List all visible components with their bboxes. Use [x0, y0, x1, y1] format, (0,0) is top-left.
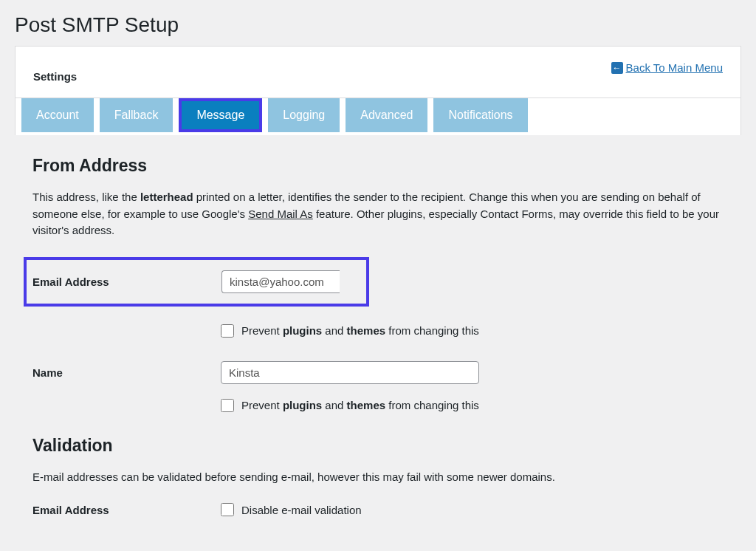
from-address-heading: From Address	[32, 156, 724, 176]
prevent-email-label: Prevent plugins and themes from changing…	[241, 324, 479, 337]
prevent-name-row: Prevent plugins and themes from changing…	[221, 399, 724, 412]
tab-content: From Address This address, like the lett…	[15, 135, 741, 543]
back-to-main-menu-link[interactable]: Back To Main Menu	[611, 61, 723, 74]
tab-advanced[interactable]: Advanced	[346, 98, 427, 132]
email-address-highlight: Email Address	[24, 257, 369, 307]
validation-heading: Validation	[32, 436, 724, 456]
name-row: Name	[32, 361, 724, 384]
tabs-nav: Account Fallback Message Logging Advance…	[15, 98, 741, 135]
back-arrow-icon	[611, 62, 623, 74]
send-mail-as-link[interactable]: Send Mail As	[248, 208, 313, 220]
name-label: Name	[32, 366, 221, 379]
validation-email-row: Email Address Disable e-mail validation	[32, 503, 724, 516]
tab-message[interactable]: Message	[179, 98, 262, 132]
panel-header: Settings Back To Main Menu	[16, 47, 740, 97]
disable-validation-checkbox[interactable]	[221, 503, 234, 516]
tab-fallback[interactable]: Fallback	[100, 98, 173, 132]
tab-logging[interactable]: Logging	[268, 98, 340, 132]
settings-heading: Settings	[33, 70, 77, 83]
email-address-input[interactable]	[221, 270, 340, 293]
validation-email-label: Email Address	[32, 504, 221, 516]
settings-panel: Settings Back To Main Menu	[15, 46, 741, 98]
validation-description: E-mail addresses can be validated before…	[32, 469, 724, 486]
tab-notifications[interactable]: Notifications	[433, 98, 527, 132]
back-link-text: Back To Main Menu	[626, 61, 723, 74]
from-address-description: This address, like the letterhead printe…	[32, 189, 724, 239]
prevent-email-row: Prevent plugins and themes from changing…	[221, 324, 724, 338]
tab-account[interactable]: Account	[21, 98, 94, 132]
validation-section: Validation E-mail addresses can be valid…	[32, 436, 724, 517]
prevent-name-label: Prevent plugins and themes from changing…	[241, 399, 479, 411]
email-address-label: Email Address	[32, 276, 221, 288]
name-input[interactable]	[221, 361, 479, 384]
disable-validation-label: Disable e-mail validation	[241, 504, 362, 516]
page-title: Post SMTP Setup	[15, 0, 741, 46]
prevent-name-checkbox[interactable]	[221, 399, 234, 412]
prevent-email-checkbox[interactable]	[221, 324, 234, 338]
